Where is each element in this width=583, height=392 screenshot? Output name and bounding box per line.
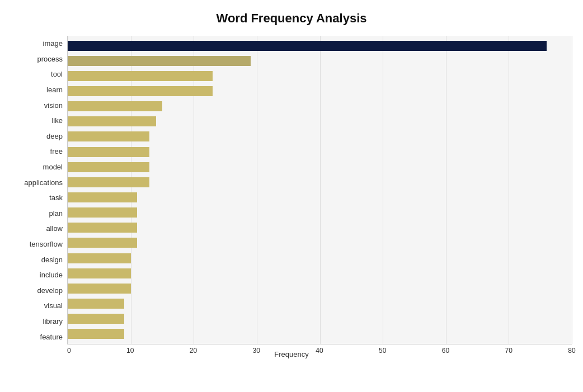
bar bbox=[68, 131, 149, 141]
y-label: like bbox=[51, 114, 63, 127]
y-label: image bbox=[43, 37, 63, 50]
bar bbox=[68, 329, 124, 339]
y-axis-labels: imageprocesstoollearnvisionlikedeepfreem… bbox=[11, 36, 67, 344]
bar-row bbox=[68, 146, 572, 158]
y-label: design bbox=[41, 253, 63, 266]
y-label: visual bbox=[44, 299, 63, 313]
bar bbox=[68, 207, 137, 218]
bar bbox=[68, 238, 137, 248]
chart-container: Word Frequency Analysis imageprocesstool… bbox=[0, 0, 583, 392]
bar-row bbox=[68, 176, 572, 188]
bar-row bbox=[68, 313, 572, 325]
y-label: develop bbox=[37, 284, 63, 297]
bar-row bbox=[68, 282, 572, 295]
bar-row bbox=[68, 161, 572, 173]
x-tick-label: 30 bbox=[253, 347, 260, 355]
bar bbox=[68, 268, 131, 278]
bar bbox=[68, 223, 137, 233]
grid-line bbox=[572, 36, 572, 344]
bar-row bbox=[68, 70, 572, 82]
bars-and-grid bbox=[67, 36, 572, 344]
bar bbox=[68, 86, 213, 96]
bar-row bbox=[68, 221, 572, 234]
y-label: tool bbox=[51, 68, 63, 81]
bar bbox=[68, 299, 124, 309]
bar-row bbox=[68, 100, 572, 112]
chart-title: Word Frequency Analysis bbox=[217, 11, 367, 26]
bar bbox=[68, 314, 124, 324]
y-label: model bbox=[43, 160, 63, 174]
y-label: free bbox=[50, 145, 63, 158]
bar bbox=[68, 116, 156, 126]
bar bbox=[68, 56, 251, 66]
bar-row bbox=[68, 40, 572, 52]
y-label: allow bbox=[46, 222, 63, 235]
bar bbox=[68, 162, 149, 172]
x-tick-label: 20 bbox=[190, 347, 197, 355]
bar bbox=[68, 101, 162, 111]
y-label: include bbox=[40, 268, 63, 282]
y-label: process bbox=[37, 52, 63, 65]
bars-wrapper bbox=[68, 36, 572, 344]
bar-row bbox=[68, 252, 572, 265]
bar-row bbox=[68, 130, 572, 143]
x-tick-label: 70 bbox=[505, 347, 513, 355]
y-label: vision bbox=[44, 98, 63, 112]
bar-row bbox=[68, 55, 572, 67]
bar bbox=[68, 192, 137, 202]
x-tick-label: 60 bbox=[442, 347, 449, 355]
x-tick-label: 50 bbox=[379, 347, 386, 355]
x-tick-label: 10 bbox=[126, 347, 134, 355]
x-tick-label: 0 bbox=[67, 347, 71, 355]
bar bbox=[68, 71, 213, 81]
y-label: feature bbox=[40, 330, 63, 343]
y-label: learn bbox=[46, 83, 63, 97]
y-label: tensorflow bbox=[30, 238, 63, 251]
bar-row bbox=[68, 115, 572, 127]
x-axis-title: Frequency bbox=[11, 350, 572, 358]
chart-area: imageprocesstoollearnvisionlikedeepfreem… bbox=[11, 36, 572, 344]
bar-row bbox=[68, 85, 572, 97]
y-label: plan bbox=[49, 206, 63, 220]
bar bbox=[68, 284, 131, 294]
x-tick-label: 40 bbox=[316, 347, 323, 355]
x-tick-label: 80 bbox=[568, 347, 575, 355]
y-label: task bbox=[49, 191, 63, 205]
bar-row bbox=[68, 206, 572, 219]
y-label: library bbox=[43, 314, 63, 328]
bar-row bbox=[68, 237, 572, 249]
bar-row bbox=[68, 191, 572, 204]
y-label: applications bbox=[24, 176, 63, 189]
bar bbox=[68, 253, 131, 263]
y-label: deep bbox=[46, 129, 63, 143]
bar-row bbox=[68, 297, 572, 310]
bar bbox=[68, 177, 149, 187]
bar bbox=[68, 147, 149, 157]
bar bbox=[68, 41, 547, 51]
bar-row bbox=[68, 328, 572, 340]
bar-row bbox=[68, 267, 572, 280]
